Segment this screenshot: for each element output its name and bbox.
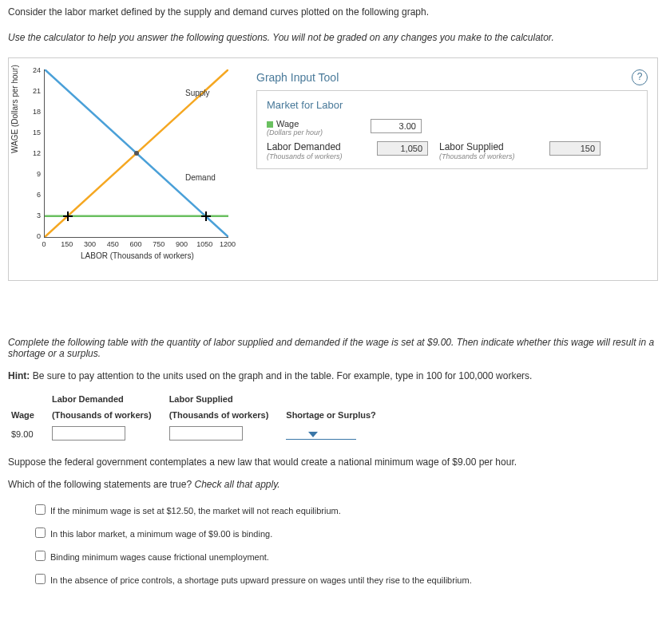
- tool-title: Graph Input Tool: [256, 71, 339, 84]
- opt-4-text: In the absence of price controls, a shor…: [50, 575, 472, 585]
- hint-row: Hint: Be sure to pay attention to the un…: [8, 370, 658, 381]
- labor-supplied-sublabel: (Thousands of workers): [439, 152, 543, 160]
- y-tick: 12: [28, 149, 41, 157]
- y-axis-label: WAGE (Dollars per hour): [10, 65, 19, 153]
- hint-text: Be sure to pay attention to the units us…: [30, 370, 532, 381]
- y-tick: 15: [28, 128, 41, 136]
- y-tick: 24: [28, 66, 41, 74]
- checkbox-list: If the minimum wage is set at $12.50, th…: [32, 501, 658, 586]
- answer-table: Labor Demanded Labor Supplied Wage (Thou…: [8, 391, 390, 445]
- y-tick: 3: [28, 211, 41, 219]
- x-tick: 150: [57, 240, 77, 248]
- wage-line-handle-left[interactable]: [63, 211, 73, 221]
- intro-paragraph-1: Consider the labor market defined by the…: [8, 6, 658, 18]
- x-tick: 1050: [195, 240, 214, 248]
- q2-which-instruction: Check all that apply.: [192, 479, 280, 490]
- market-panel-title: Market for Labor: [267, 99, 637, 111]
- wage-label: Wage: [276, 119, 299, 128]
- y-tick: 6: [28, 191, 41, 199]
- chevron-down-icon: [308, 432, 318, 437]
- col-shortage-surplus: Shortage or Surplus?: [283, 407, 390, 423]
- x-tick: 300: [81, 240, 100, 248]
- intro-paragraph-2: Use the calculator to help you answer th…: [8, 32, 658, 43]
- labor-supplied-value: 150: [549, 141, 601, 156]
- labor-demanded-value: 1,050: [377, 141, 428, 156]
- col-wage: Wage: [8, 407, 49, 423]
- x-tick: 1200: [218, 240, 237, 248]
- checkbox-opt-2[interactable]: [35, 527, 46, 538]
- labor-demanded-sublabel: (Thousands of workers): [267, 152, 371, 160]
- wage-input[interactable]: 3.00: [371, 119, 422, 133]
- q2-context: Suppose the federal government contempla…: [8, 456, 658, 468]
- x-axis-label: LABOR (Thousands of workers): [81, 251, 194, 260]
- wage-swatch-icon: [267, 121, 273, 128]
- labor-supplied-input[interactable]: [169, 426, 243, 441]
- checkbox-opt-4[interactable]: [35, 574, 46, 584]
- opt-3-text: Binding minimum wages cause frictional u…: [50, 552, 269, 562]
- graph-input-tool: Graph Input Tool ? Market for Labor Wage…: [256, 69, 648, 169]
- opt-1-text: If the minimum wage is set at $12.50, th…: [50, 506, 341, 516]
- y-tick: 18: [28, 108, 41, 116]
- x-tick: 450: [103, 240, 122, 248]
- col-ld-sub: (Thousands of workers): [49, 407, 166, 423]
- q1-prompt: Complete the following table with the qu…: [8, 337, 654, 359]
- col-labor-supplied: Labor Supplied: [166, 391, 283, 407]
- supply-label: Supply: [185, 89, 210, 97]
- hint-label: Hint:: [8, 370, 30, 381]
- labor-demanded-label: Labor Demanded: [267, 141, 371, 152]
- y-tick: 0: [28, 232, 41, 240]
- col-ls-sub: (Thousands of workers): [166, 407, 283, 423]
- col-labor-demanded: Labor Demanded: [49, 391, 166, 407]
- demand-label: Demand: [185, 173, 216, 182]
- x-tick: 0: [34, 240, 54, 248]
- checkbox-opt-3[interactable]: [35, 551, 46, 561]
- chart-area: 24 21 18 15 12 9 6 3 0 WAGE (Dollars per…: [17, 69, 240, 269]
- x-tick: 900: [172, 240, 192, 248]
- row-wage-value: $9.00: [8, 423, 49, 445]
- y-tick: 21: [28, 87, 41, 95]
- checkbox-opt-1[interactable]: [35, 504, 46, 515]
- wage-line-handle-right[interactable]: [201, 211, 211, 221]
- q2-which: Which of the following statements are tr…: [8, 479, 192, 490]
- x-tick: 750: [149, 240, 168, 248]
- opt-2-text: In this labor market, a minimum wage of …: [50, 529, 272, 539]
- market-panel: Market for Labor Wage (Dollars per hour)…: [256, 90, 648, 169]
- y-tick: 9: [28, 170, 41, 178]
- plot-region[interactable]: Supply Demand: [44, 69, 228, 238]
- labor-supplied-label: Labor Supplied: [439, 141, 543, 152]
- wage-sublabel: (Dollars per hour): [267, 128, 363, 136]
- x-tick: 600: [126, 240, 145, 248]
- equilibrium-point: [134, 151, 139, 156]
- help-icon[interactable]: ?: [632, 69, 648, 85]
- calculator-panel: 24 21 18 15 12 9 6 3 0 WAGE (Dollars per…: [8, 57, 658, 281]
- shortage-surplus-dropdown[interactable]: [286, 429, 356, 440]
- labor-demanded-input[interactable]: [52, 426, 125, 441]
